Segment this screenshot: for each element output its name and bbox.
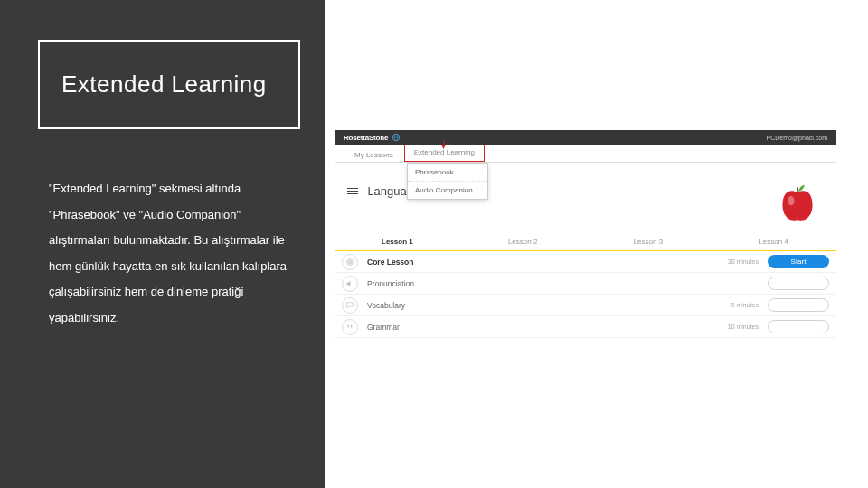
row-core-lesson: Core Lesson 30 minutes Start	[335, 251, 836, 273]
row-pronunciation: Pronunciation	[335, 273, 836, 295]
start-button[interactable]: Start	[768, 255, 829, 268]
lesson-tabs: Lesson 1 Lesson 2 Lesson 3 Lesson 4	[335, 233, 836, 251]
dropdown-item-phrasebook[interactable]: Phrasebook	[408, 164, 487, 182]
user-label: PCDemo@prlaci.com	[767, 135, 827, 141]
quote-icon	[342, 319, 358, 335]
row-name: Core Lesson	[367, 258, 728, 267]
row-name: Pronunciation	[367, 279, 759, 288]
row-time: 30 minutes	[728, 258, 759, 265]
lesson-image	[768, 175, 827, 231]
callout-arrow-icon	[444, 141, 445, 146]
row-time: 10 minutes	[728, 324, 759, 330]
target-icon	[342, 254, 358, 270]
menu-icon[interactable]	[347, 186, 358, 197]
row-button[interactable]	[768, 277, 829, 290]
dropdown-item-audio-companion[interactable]: Audio Companion	[408, 182, 487, 199]
extended-learning-dropdown: Phrasebook Audio Companion	[407, 163, 488, 200]
slide-description: "Extended Learning" sekmesi altında "Phr…	[27, 176, 298, 332]
brand: RosettaStone	[344, 133, 401, 142]
activity-rows: Core Lesson 30 minutes Start Pronunciati…	[335, 251, 836, 338]
app-header: RosettaStone PCDemo@prlaci.com	[335, 130, 836, 145]
chat-icon	[342, 297, 358, 314]
app-screenshot: RosettaStone PCDemo@prlaci.com My Lesson…	[335, 130, 836, 338]
slide-sidebar: Extended Learning "Extended Learning" se…	[0, 0, 326, 488]
brand-name: RosettaStone	[344, 134, 388, 142]
apple-icon	[778, 182, 817, 225]
lesson-tab-2[interactable]: Lesson 2	[460, 233, 586, 250]
main-left: Language Basics	[335, 163, 768, 205]
row-name: Vocabulary	[367, 301, 731, 310]
title-box: Extended Learning	[38, 40, 300, 129]
tab-my-lessons[interactable]: My Lessons	[344, 145, 404, 162]
lesson-tab-4[interactable]: Lesson 4	[711, 233, 836, 250]
tab-extended-learning[interactable]: Extended Learning	[404, 145, 485, 162]
svg-point-7	[349, 261, 350, 262]
slide-title: Extended Learning	[61, 70, 277, 99]
svg-point-4	[788, 196, 795, 205]
speaker-icon	[342, 276, 358, 292]
svg-rect-3	[797, 187, 798, 192]
row-grammar: Grammar 10 minutes	[335, 316, 836, 338]
lesson-tab-1[interactable]: Lesson 1	[335, 233, 460, 250]
lesson-tab-3[interactable]: Lesson 3	[586, 233, 712, 250]
row-button[interactable]	[768, 320, 829, 333]
row-button[interactable]	[768, 298, 829, 312]
globe-icon	[392, 133, 401, 142]
tab-label: Extended Learning	[414, 148, 475, 156]
row-vocabulary: Vocabulary 5 minutes	[335, 295, 836, 316]
slide-content: RosettaStone PCDemo@prlaci.com My Lesson…	[326, 0, 868, 488]
row-name: Grammar	[367, 323, 728, 332]
app-tabs: My Lessons Extended Learning	[335, 145, 836, 163]
row-time: 5 minutes	[731, 302, 759, 308]
